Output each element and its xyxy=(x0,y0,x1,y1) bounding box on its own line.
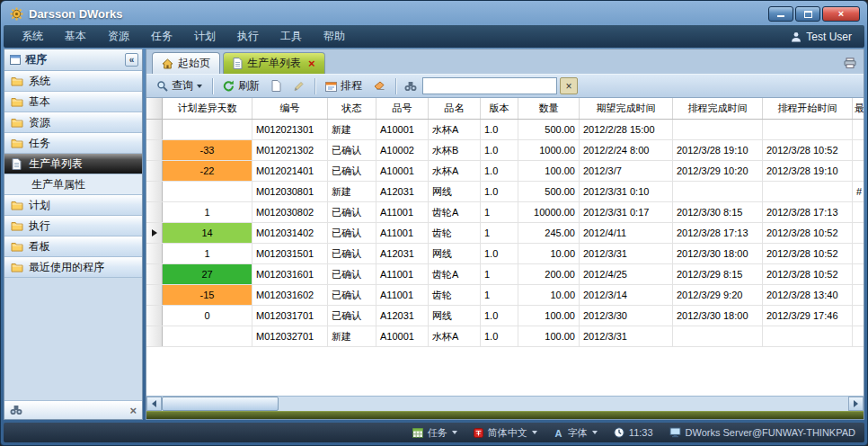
cell-sched_start[interactable]: 2012/3/28 17:13 xyxy=(763,202,853,222)
sidebar-item[interactable]: 生产单属性 xyxy=(4,174,142,195)
row-header[interactable] xyxy=(146,244,163,263)
cell-status[interactable]: 已确认 xyxy=(328,306,376,326)
cell-code[interactable]: M012021301 xyxy=(252,120,328,139)
sidebar-item[interactable]: 任务 xyxy=(4,133,142,154)
close-icon[interactable]: × xyxy=(129,404,137,417)
cell-diff[interactable]: 14 xyxy=(163,223,252,243)
cell-due[interactable]: 2012/3/7 xyxy=(580,161,673,181)
cell-extra[interactable] xyxy=(853,326,864,346)
cell-qty[interactable]: 100.00 xyxy=(518,326,580,346)
cell-status[interactable]: 已确认 xyxy=(328,285,376,305)
cell-qty[interactable]: 500.00 xyxy=(518,120,580,139)
tab-close-icon[interactable]: × xyxy=(308,58,315,69)
cell-sched_end[interactable]: 2012/3/29 10:20 xyxy=(673,161,763,181)
tab-active[interactable]: 生产单列表× xyxy=(223,52,325,74)
cell-diff[interactable] xyxy=(163,326,252,346)
cell-diff[interactable]: 1 xyxy=(163,244,252,263)
cell-code[interactable]: M012021302 xyxy=(252,140,328,160)
cell-due[interactable]: 2012/2/28 15:00 xyxy=(580,120,673,139)
tab[interactable]: 起始页 xyxy=(152,52,220,74)
cell-item_no[interactable]: A12031 xyxy=(376,306,429,326)
cell-item_name[interactable]: 网线 xyxy=(429,306,481,326)
sidebar-item[interactable]: 资源 xyxy=(4,112,142,133)
cell-due[interactable]: 2012/3/31 0:17 xyxy=(580,202,673,222)
cell-code[interactable]: M012031701 xyxy=(252,306,328,326)
cell-extra[interactable] xyxy=(853,140,864,160)
cell-status[interactable]: 已确认 xyxy=(328,161,376,181)
scrollbar-track[interactable] xyxy=(162,397,848,411)
menu-item[interactable]: 资源 xyxy=(97,25,140,48)
edit-button[interactable] xyxy=(288,78,309,94)
cell-version[interactable]: 1 xyxy=(481,285,518,305)
cell-status[interactable]: 新建 xyxy=(328,120,376,139)
cell-code[interactable]: M012032701 xyxy=(252,326,328,346)
cell-extra[interactable]: # xyxy=(853,182,864,201)
row-header[interactable] xyxy=(146,161,163,181)
cell-extra[interactable] xyxy=(853,244,864,263)
sidebar-item[interactable]: 生产单列表 xyxy=(4,154,142,174)
cell-status[interactable]: 已确认 xyxy=(328,223,376,243)
row-header[interactable] xyxy=(146,202,163,222)
cell-item_no[interactable]: A10001 xyxy=(376,326,429,346)
menu-item[interactable]: 执行 xyxy=(226,25,270,48)
schedule-button[interactable]: 排程 xyxy=(321,76,367,95)
cell-code[interactable]: M012021401 xyxy=(252,161,328,181)
row-header[interactable] xyxy=(146,120,163,139)
cell-status[interactable]: 已确认 xyxy=(328,264,376,284)
row-header[interactable] xyxy=(146,264,163,284)
cell-code[interactable]: M012031602 xyxy=(252,285,328,305)
cell-code[interactable]: M012030801 xyxy=(252,182,328,201)
cell-due[interactable]: 2012/4/25 xyxy=(580,264,673,284)
statusbar-item[interactable]: A字体 xyxy=(554,426,598,440)
cell-item_name[interactable]: 水杯B xyxy=(429,140,481,160)
cell-sched_start[interactable] xyxy=(763,182,853,201)
cell-extra[interactable] xyxy=(853,202,864,222)
sidebar-item[interactable]: 最近使用的程序 xyxy=(4,257,142,278)
cell-sched_start[interactable] xyxy=(763,326,853,346)
scroll-left-button[interactable] xyxy=(146,397,162,411)
cell-item_no[interactable]: A10001 xyxy=(376,120,429,139)
cell-version[interactable]: 1.0 xyxy=(481,182,518,201)
row-header[interactable] xyxy=(146,306,163,326)
cell-version[interactable]: 1.0 xyxy=(481,140,518,160)
cell-sched_start[interactable]: 2012/3/28 10:52 xyxy=(763,264,853,284)
cell-sched_start[interactable] xyxy=(763,120,853,139)
scroll-right-button[interactable] xyxy=(848,397,864,411)
cell-diff[interactable] xyxy=(163,182,252,201)
close-button[interactable]: × xyxy=(822,6,860,22)
row-header[interactable] xyxy=(146,140,163,160)
cell-sched_end[interactable]: 2012/3/30 18:00 xyxy=(673,244,763,263)
cell-item_name[interactable]: 齿轮 xyxy=(429,285,481,305)
cell-diff[interactable]: 1 xyxy=(163,202,252,222)
menu-item[interactable]: 工具 xyxy=(270,25,313,48)
menu-item[interactable]: 基本 xyxy=(54,25,97,48)
cell-due[interactable]: 2012/4/11 xyxy=(580,223,673,243)
cell-sched_end[interactable] xyxy=(673,182,763,201)
cell-extra[interactable] xyxy=(853,120,864,139)
cell-qty[interactable]: 100.00 xyxy=(518,306,580,326)
cell-sched_end[interactable]: 2012/3/30 18:00 xyxy=(673,306,763,326)
cell-item_name[interactable]: 水杯A xyxy=(429,120,481,139)
cell-sched_start[interactable]: 2012/3/28 13:40 xyxy=(763,285,853,305)
cell-item_no[interactable]: A10002 xyxy=(376,140,429,160)
cell-diff[interactable] xyxy=(163,120,252,139)
cell-item_name[interactable]: 网线 xyxy=(429,182,481,201)
cell-extra[interactable] xyxy=(853,223,864,243)
cell-extra[interactable] xyxy=(853,306,864,326)
scrollbar-thumb[interactable] xyxy=(162,397,279,411)
cell-sched_start[interactable]: 2012/3/28 19:10 xyxy=(763,161,853,181)
cell-code[interactable]: M012031402 xyxy=(252,223,328,243)
cell-item_no[interactable]: A11001 xyxy=(376,264,429,284)
cell-qty[interactable]: 100.00 xyxy=(518,161,580,181)
grid-column-header[interactable]: 排程完成时间 xyxy=(673,98,763,119)
cell-sched_end[interactable] xyxy=(673,326,763,346)
cell-diff[interactable]: -22 xyxy=(163,161,252,181)
cell-sched_end[interactable]: 2012/3/30 8:15 xyxy=(673,202,763,222)
cell-sched_end[interactable]: 2012/3/28 19:10 xyxy=(673,140,763,160)
cell-due[interactable]: 2012/3/30 xyxy=(580,306,673,326)
cell-version[interactable]: 1.0 xyxy=(481,161,518,181)
cell-version[interactable]: 1.0 xyxy=(481,306,518,326)
user-menu[interactable]: Test User xyxy=(791,31,857,43)
cell-sched_start[interactable]: 2012/3/28 10:52 xyxy=(763,223,853,243)
cell-diff[interactable]: -33 xyxy=(163,140,252,160)
